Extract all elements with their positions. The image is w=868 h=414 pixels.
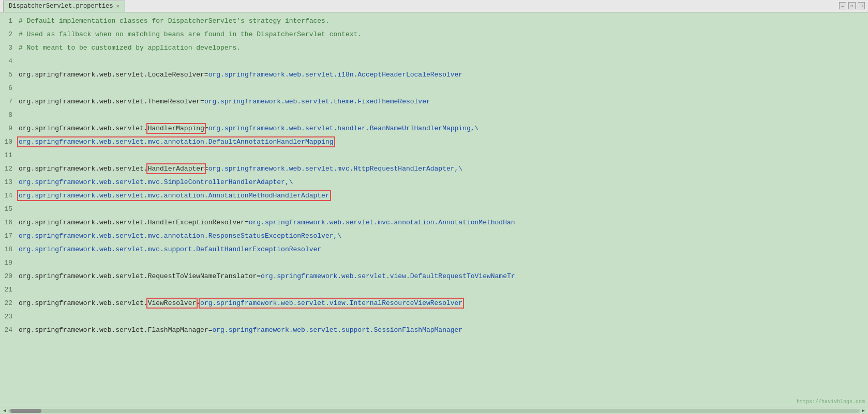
line-number: 14 bbox=[0, 189, 12, 203]
scrollbar-thumb[interactable] bbox=[10, 409, 41, 413]
property-value-highlighted: org.springframework.web.servlet.view.Int… bbox=[200, 299, 462, 307]
line-number: 19 bbox=[0, 256, 12, 270]
code-line: org.springframework.web.servlet.HandlerM… bbox=[17, 122, 868, 135]
continuation-value: org.springframework.web.servlet.mvc.anno… bbox=[19, 232, 341, 240]
continuation-value-highlighted: org.springframework.web.servlet.mvc.anno… bbox=[19, 192, 330, 200]
continuation-value: org.springframework.web.servlet.mvc.supp… bbox=[19, 246, 321, 253]
property-key-prefix: org.springframework.web.servlet. bbox=[19, 125, 148, 132]
code-line: org.springframework.web.servlet.RequestT… bbox=[17, 270, 868, 283]
line-number: 22 bbox=[0, 297, 12, 310]
code-line: org.springframework.web.servlet.mvc.anno… bbox=[17, 189, 868, 203]
property-key-prefix: org.springframework.web.servlet. bbox=[19, 165, 148, 173]
property-key-highlighted: HandlerAdapter bbox=[148, 165, 204, 173]
restore-button[interactable]: ❐ bbox=[848, 2, 856, 9]
line-number: 12 bbox=[0, 162, 12, 176]
watermark: https://havivblogs.com bbox=[797, 399, 865, 405]
property-value: org.springframework.web.servlet.i18n.Acc… bbox=[208, 71, 462, 79]
editor-area: 123456789101112131415161718192021222324 … bbox=[0, 12, 868, 414]
minimize-button[interactable]: — bbox=[839, 2, 846, 9]
continuation-value-highlighted: org.springframework.web.servlet.mvc.anno… bbox=[19, 138, 334, 146]
scroll-left-button[interactable]: ◀ bbox=[1, 407, 8, 415]
property-value: org.springframework.web.servlet.theme.Fi… bbox=[204, 98, 430, 105]
main-window: DispatcherServlet.properties ✕ — ❐ □ 123… bbox=[0, 0, 868, 414]
code-line: org.springframework.web.servlet.mvc.supp… bbox=[17, 243, 868, 256]
line-number: 2 bbox=[0, 28, 12, 41]
code-line: org.springframework.web.servlet.HandlerE… bbox=[17, 216, 868, 229]
comment-text: # Default implementation classes for Dis… bbox=[19, 17, 330, 25]
line-number: 5 bbox=[0, 68, 12, 82]
property-key-prefix: org.springframework.web.servlet. bbox=[19, 299, 148, 307]
line-number: 8 bbox=[0, 109, 12, 122]
comment-text: # Used as fallback when no matching bean… bbox=[19, 30, 362, 38]
code-line: org.springframework.web.servlet.mvc.anno… bbox=[17, 229, 868, 243]
code-container: 123456789101112131415161718192021222324 … bbox=[0, 12, 868, 407]
code-line: org.springframework.web.servlet.FlashMap… bbox=[17, 324, 868, 337]
tab-close-button[interactable]: ✕ bbox=[116, 3, 119, 9]
continuation-value: org.springframework.web.servlet.mvc.Simp… bbox=[19, 178, 293, 186]
code-line: org.springframework.web.servlet.mvc.Simp… bbox=[17, 176, 868, 189]
property-key: org.springframework.web.servlet.ThemeRes… bbox=[19, 98, 200, 105]
line-number: 1 bbox=[0, 14, 12, 28]
tab-title: DispatcherServlet.properties bbox=[9, 3, 113, 10]
line-number: 18 bbox=[0, 243, 12, 256]
line-number: 13 bbox=[0, 176, 12, 189]
line-numbers: 123456789101112131415161718192021222324 bbox=[0, 12, 17, 407]
code-line: org.springframework.web.servlet.ThemeRes… bbox=[17, 95, 868, 109]
property-key-highlighted: HandlerMapping bbox=[148, 125, 204, 132]
code-line: org.springframework.web.servlet.mvc.anno… bbox=[17, 135, 868, 149]
line-number: 23 bbox=[0, 310, 12, 324]
line-number: 20 bbox=[0, 270, 12, 283]
comment-text: # Not meant to be customized by applicat… bbox=[19, 44, 241, 52]
line-number: 15 bbox=[0, 203, 12, 216]
line-number: 4 bbox=[0, 55, 12, 68]
property-key: org.springframework.web.servlet.RequestT… bbox=[19, 272, 257, 280]
property-value: org.springframework.web.servlet.view.Def… bbox=[261, 272, 515, 280]
line-number: 7 bbox=[0, 95, 12, 109]
property-value: org.springframework.web.servlet.handler.… bbox=[208, 125, 479, 132]
property-value: org.springframework.web.servlet.mvc.anno… bbox=[249, 219, 515, 226]
maximize-button[interactable]: □ bbox=[858, 2, 865, 9]
code-line bbox=[17, 109, 868, 122]
window-controls: — ❐ □ bbox=[839, 2, 865, 9]
line-number: 11 bbox=[0, 149, 12, 162]
property-value: org.springframework.web.servlet.mvc.Http… bbox=[208, 165, 462, 173]
horizontal-scrollbar[interactable]: ◀ ▶ bbox=[0, 407, 868, 414]
code-line: org.springframework.web.servlet.LocaleRe… bbox=[17, 68, 868, 82]
code-line bbox=[17, 256, 868, 270]
code-line bbox=[17, 310, 868, 324]
property-value: org.springframework.web.servlet.support.… bbox=[212, 326, 462, 334]
line-number: 21 bbox=[0, 283, 12, 297]
line-number: 10 bbox=[0, 135, 12, 149]
line-number: 9 bbox=[0, 122, 12, 135]
code-line: # Used as fallback when no matching bean… bbox=[17, 28, 868, 41]
scroll-right-button[interactable]: ▶ bbox=[860, 407, 867, 415]
code-content: # Default implementation classes for Dis… bbox=[17, 12, 868, 407]
code-line bbox=[17, 55, 868, 68]
file-tab[interactable]: DispatcherServlet.properties ✕ bbox=[3, 1, 125, 12]
line-number: 24 bbox=[0, 324, 12, 337]
scrollbar-track[interactable] bbox=[8, 409, 860, 413]
property-key-highlighted: ViewResolver bbox=[148, 299, 197, 307]
line-number: 17 bbox=[0, 229, 12, 243]
code-line: org.springframework.web.servlet.ViewReso… bbox=[17, 297, 868, 310]
code-line bbox=[17, 149, 868, 162]
property-key: org.springframework.web.servlet.LocaleRe… bbox=[19, 71, 204, 79]
code-line: # Not meant to be customized by applicat… bbox=[17, 41, 868, 55]
property-key: org.springframework.web.servlet.HandlerE… bbox=[19, 219, 245, 226]
line-number: 6 bbox=[0, 82, 12, 95]
code-line bbox=[17, 283, 868, 297]
code-line: org.springframework.web.servlet.HandlerA… bbox=[17, 162, 868, 176]
code-line bbox=[17, 82, 868, 95]
line-number: 16 bbox=[0, 216, 12, 229]
property-key: org.springframework.web.servlet.FlashMap… bbox=[19, 326, 208, 334]
line-number: 3 bbox=[0, 41, 12, 55]
code-line bbox=[17, 203, 868, 216]
code-line: # Default implementation classes for Dis… bbox=[17, 14, 868, 28]
title-bar: DispatcherServlet.properties ✕ — ❐ □ bbox=[0, 0, 868, 12]
